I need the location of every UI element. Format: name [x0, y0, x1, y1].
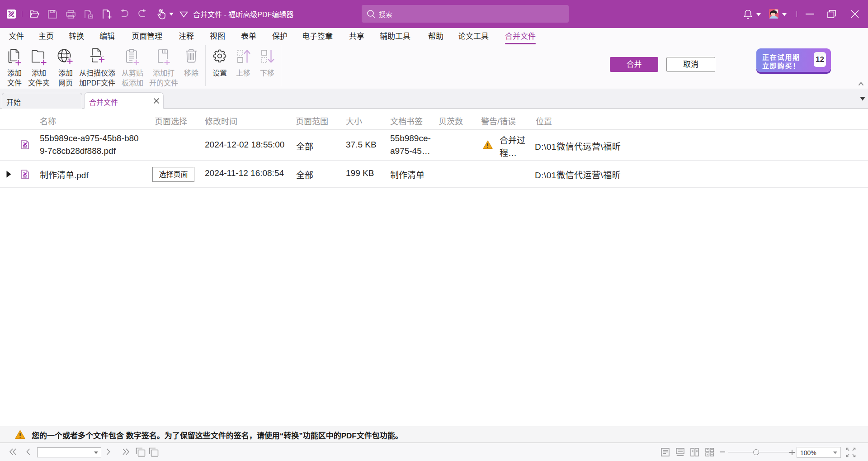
svg-text:PDF: PDF: [23, 146, 27, 148]
svg-text:PDF: PDF: [23, 176, 27, 178]
